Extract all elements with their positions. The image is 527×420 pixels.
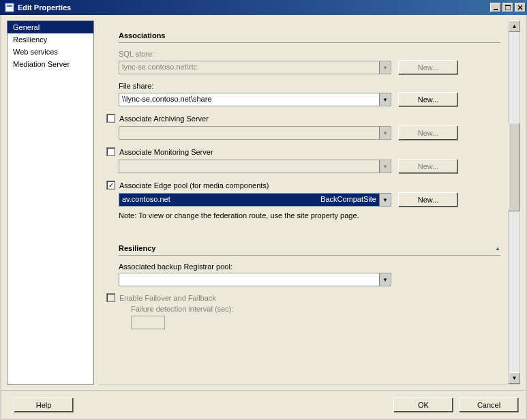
sidebar-item-general[interactable]: General — [7, 21, 93, 33]
archiving-checkbox[interactable] — [106, 114, 115, 123]
monitoring-checkbox[interactable] — [106, 147, 115, 156]
interval-input — [131, 316, 165, 329]
content-panel: Associations SQL store: lync-se.contoso.… — [100, 20, 507, 384]
chevron-down-icon: ▼ — [379, 160, 391, 172]
interval-label: Failure detection interval (sec): — [131, 305, 500, 313]
edge-note: Note: To view or change the federation r… — [119, 211, 500, 220]
chevron-down-icon[interactable]: ▼ — [379, 273, 391, 286]
monitoring-label: Associate Monitoring Server — [119, 148, 213, 156]
archiving-label: Associate Archiving Server — [119, 115, 209, 123]
scroll-down-icon[interactable]: ▼ — [509, 372, 520, 384]
section-heading-associations: Associations — [119, 27, 500, 42]
monitoring-select: ▼ — [119, 160, 391, 173]
archiving-select: ▼ — [119, 126, 391, 140]
window-title: Edit Properties — [18, 3, 489, 12]
sql-store-select: lync-se.contoso.net\rtc ▼ — [119, 61, 391, 74]
svg-rect-0 — [5, 3, 14, 12]
edge-new-button[interactable]: New... — [398, 192, 458, 207]
dialog-footer: Help OK Cancel — [1, 390, 526, 419]
sql-store-new-button: New... — [398, 60, 458, 75]
scrollbar[interactable]: ▲ ▼ — [508, 20, 520, 384]
scroll-up-icon[interactable]: ▲ — [509, 20, 520, 32]
edge-label: Associate Edge pool (for media component… — [119, 181, 269, 190]
section-heading-resiliency[interactable]: Resiliency — [119, 240, 500, 255]
scroll-thumb[interactable] — [508, 123, 520, 211]
sidebar-item-resiliency[interactable]: Resiliency — [7, 33, 93, 46]
nav-sidebar: General Resiliency Web services Mediatio… — [7, 20, 94, 385]
sidebar-item-mediation-server[interactable]: Mediation Server — [7, 58, 93, 70]
backup-pool-label: Associated backup Registrar pool: — [119, 262, 500, 271]
chevron-down-icon[interactable]: ▼ — [379, 93, 391, 106]
maximize-button[interactable] — [502, 3, 513, 12]
chevron-down-icon: ▼ — [379, 127, 391, 139]
chevron-down-icon: ▼ — [379, 61, 391, 74]
help-button[interactable]: Help — [14, 397, 74, 412]
failover-label: Enable Failover and Failback — [119, 294, 216, 302]
svg-rect-1 — [7, 5, 12, 7]
svg-rect-2 — [494, 9, 498, 10]
app-icon — [4, 2, 15, 13]
cancel-button[interactable]: Cancel — [459, 397, 519, 412]
sidebar-item-web-services[interactable]: Web services — [7, 46, 93, 58]
chevron-down-icon[interactable]: ▼ — [379, 194, 391, 206]
sql-store-label: SQL store: — [119, 50, 500, 58]
file-share-label: File share: — [119, 82, 500, 90]
ok-button[interactable]: OK — [393, 397, 453, 412]
file-share-select[interactable]: \\lync-se.contoso.net\share ▼ — [119, 93, 391, 106]
file-share-new-button[interactable]: New... — [398, 92, 458, 107]
svg-rect-4 — [505, 5, 511, 6]
backup-pool-select[interactable]: ▼ — [119, 273, 391, 286]
monitoring-new-button: New... — [398, 159, 458, 174]
edge-select[interactable]: av.contoso.net BackCompatSite ▼ — [119, 193, 391, 207]
title-bar: Edit Properties — [0, 0, 527, 15]
close-button[interactable] — [515, 3, 526, 12]
minimize-button[interactable] — [490, 3, 501, 12]
archiving-new-button: New... — [398, 125, 458, 140]
edge-checkbox[interactable]: ✓ — [106, 181, 115, 190]
failover-checkbox — [106, 293, 115, 302]
